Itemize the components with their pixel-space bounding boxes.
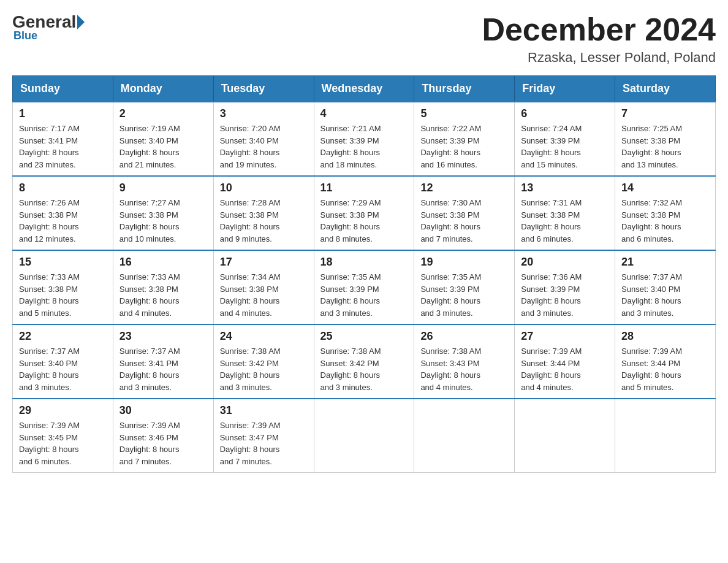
day-info: Sunrise: 7:33 AMSunset: 3:38 PMDaylight:… xyxy=(19,271,107,319)
calendar-week-5: 29Sunrise: 7:39 AMSunset: 3:45 PMDayligh… xyxy=(13,399,716,473)
day-number: 7 xyxy=(621,107,709,120)
day-info: Sunrise: 7:20 AMSunset: 3:40 PMDaylight:… xyxy=(220,123,308,170)
day-number: 17 xyxy=(220,256,308,269)
page-header: General Blue December 2024 Rzaska, Lesse… xyxy=(12,12,716,66)
day-number: 12 xyxy=(420,182,508,194)
calendar-cell: 22Sunrise: 7:37 AMSunset: 3:40 PMDayligh… xyxy=(13,324,113,399)
calendar-cell: 30Sunrise: 7:39 AMSunset: 3:46 PMDayligh… xyxy=(113,399,213,473)
col-wednesday: Wednesday xyxy=(314,76,414,102)
day-number: 1 xyxy=(19,107,107,120)
calendar-week-1: 1Sunrise: 7:17 AMSunset: 3:41 PMDaylight… xyxy=(13,102,716,176)
calendar-cell xyxy=(314,399,414,473)
day-info: Sunrise: 7:25 AMSunset: 3:38 PMDaylight:… xyxy=(621,123,709,170)
day-info: Sunrise: 7:39 AMSunset: 3:44 PMDaylight:… xyxy=(621,345,709,393)
calendar-cell: 4Sunrise: 7:21 AMSunset: 3:39 PMDaylight… xyxy=(314,102,414,176)
day-info: Sunrise: 7:38 AMSunset: 3:42 PMDaylight:… xyxy=(220,345,308,393)
calendar-cell: 12Sunrise: 7:30 AMSunset: 3:38 PMDayligh… xyxy=(414,176,515,250)
calendar-cell: 7Sunrise: 7:25 AMSunset: 3:38 PMDaylight… xyxy=(615,102,716,176)
day-info: Sunrise: 7:22 AMSunset: 3:39 PMDaylight:… xyxy=(420,123,508,170)
calendar-cell: 11Sunrise: 7:29 AMSunset: 3:38 PMDayligh… xyxy=(314,176,414,250)
day-number: 14 xyxy=(621,182,709,194)
day-number: 9 xyxy=(119,182,207,194)
day-info: Sunrise: 7:39 AMSunset: 3:45 PMDaylight:… xyxy=(19,419,107,467)
month-title: December 2024 xyxy=(482,12,716,47)
location-subtitle: Rzaska, Lesser Poland, Poland xyxy=(482,50,716,66)
day-info: Sunrise: 7:32 AMSunset: 3:38 PMDaylight:… xyxy=(621,197,709,245)
day-number: 30 xyxy=(119,404,207,417)
calendar-cell: 16Sunrise: 7:33 AMSunset: 3:38 PMDayligh… xyxy=(113,250,213,324)
day-info: Sunrise: 7:35 AMSunset: 3:39 PMDaylight:… xyxy=(320,271,408,319)
col-saturday: Saturday xyxy=(615,76,716,102)
day-number: 3 xyxy=(220,107,308,120)
day-number: 24 xyxy=(220,330,308,343)
day-number: 10 xyxy=(220,182,308,194)
calendar-cell: 3Sunrise: 7:20 AMSunset: 3:40 PMDaylight… xyxy=(213,102,314,176)
day-info: Sunrise: 7:26 AMSunset: 3:38 PMDaylight:… xyxy=(19,197,107,245)
day-number: 26 xyxy=(420,330,508,343)
day-number: 15 xyxy=(19,256,107,269)
calendar-cell: 31Sunrise: 7:39 AMSunset: 3:47 PMDayligh… xyxy=(213,399,314,473)
day-number: 19 xyxy=(420,256,508,269)
day-info: Sunrise: 7:39 AMSunset: 3:47 PMDaylight:… xyxy=(220,419,308,467)
calendar-cell: 10Sunrise: 7:28 AMSunset: 3:38 PMDayligh… xyxy=(213,176,314,250)
calendar-cell: 27Sunrise: 7:39 AMSunset: 3:44 PMDayligh… xyxy=(515,324,615,399)
col-monday: Monday xyxy=(113,76,213,102)
day-info: Sunrise: 7:19 AMSunset: 3:40 PMDaylight:… xyxy=(119,123,207,170)
day-number: 31 xyxy=(220,404,308,417)
day-info: Sunrise: 7:38 AMSunset: 3:43 PMDaylight:… xyxy=(420,345,508,393)
calendar-cell xyxy=(615,399,716,473)
day-info: Sunrise: 7:36 AMSunset: 3:39 PMDaylight:… xyxy=(521,271,609,319)
calendar-cell: 24Sunrise: 7:38 AMSunset: 3:42 PMDayligh… xyxy=(213,324,314,399)
day-number: 29 xyxy=(19,404,107,417)
day-info: Sunrise: 7:27 AMSunset: 3:38 PMDaylight:… xyxy=(119,197,207,245)
col-thursday: Thursday xyxy=(414,76,515,102)
day-number: 11 xyxy=(320,182,408,194)
calendar-cell: 28Sunrise: 7:39 AMSunset: 3:44 PMDayligh… xyxy=(615,324,716,399)
day-number: 28 xyxy=(621,330,709,343)
day-number: 4 xyxy=(320,107,408,120)
calendar-week-2: 8Sunrise: 7:26 AMSunset: 3:38 PMDaylight… xyxy=(13,176,716,250)
logo-blue-text: Blue xyxy=(13,29,37,42)
day-info: Sunrise: 7:30 AMSunset: 3:38 PMDaylight:… xyxy=(420,197,508,245)
calendar-cell: 6Sunrise: 7:24 AMSunset: 3:39 PMDaylight… xyxy=(515,102,615,176)
day-number: 25 xyxy=(320,330,408,343)
day-info: Sunrise: 7:35 AMSunset: 3:39 PMDaylight:… xyxy=(420,271,508,319)
day-info: Sunrise: 7:31 AMSunset: 3:38 PMDaylight:… xyxy=(521,197,609,245)
day-number: 2 xyxy=(119,107,207,120)
day-number: 20 xyxy=(521,256,609,269)
calendar-cell xyxy=(515,399,615,473)
day-number: 18 xyxy=(320,256,408,269)
day-info: Sunrise: 7:29 AMSunset: 3:38 PMDaylight:… xyxy=(320,197,408,245)
day-number: 16 xyxy=(119,256,207,269)
day-info: Sunrise: 7:21 AMSunset: 3:39 PMDaylight:… xyxy=(320,123,408,170)
calendar-table: Sunday Monday Tuesday Wednesday Thursday… xyxy=(12,75,716,473)
day-info: Sunrise: 7:24 AMSunset: 3:39 PMDaylight:… xyxy=(521,123,609,170)
day-number: 23 xyxy=(119,330,207,343)
day-info: Sunrise: 7:39 AMSunset: 3:46 PMDaylight:… xyxy=(119,419,207,467)
calendar-week-3: 15Sunrise: 7:33 AMSunset: 3:38 PMDayligh… xyxy=(13,250,716,324)
day-number: 22 xyxy=(19,330,107,343)
day-info: Sunrise: 7:37 AMSunset: 3:40 PMDaylight:… xyxy=(19,345,107,393)
calendar-cell: 23Sunrise: 7:37 AMSunset: 3:41 PMDayligh… xyxy=(113,324,213,399)
calendar-cell: 2Sunrise: 7:19 AMSunset: 3:40 PMDaylight… xyxy=(113,102,213,176)
day-number: 13 xyxy=(521,182,609,194)
calendar-cell: 19Sunrise: 7:35 AMSunset: 3:39 PMDayligh… xyxy=(414,250,515,324)
day-info: Sunrise: 7:37 AMSunset: 3:40 PMDaylight:… xyxy=(621,271,709,319)
day-info: Sunrise: 7:34 AMSunset: 3:38 PMDaylight:… xyxy=(220,271,308,319)
calendar-cell: 5Sunrise: 7:22 AMSunset: 3:39 PMDaylight… xyxy=(414,102,515,176)
day-info: Sunrise: 7:33 AMSunset: 3:38 PMDaylight:… xyxy=(119,271,207,319)
calendar-cell: 29Sunrise: 7:39 AMSunset: 3:45 PMDayligh… xyxy=(13,399,113,473)
calendar-cell xyxy=(414,399,515,473)
day-number: 6 xyxy=(521,107,609,120)
logo-arrow-icon xyxy=(77,15,85,29)
calendar-cell: 8Sunrise: 7:26 AMSunset: 3:38 PMDaylight… xyxy=(13,176,113,250)
day-info: Sunrise: 7:38 AMSunset: 3:42 PMDaylight:… xyxy=(320,345,408,393)
calendar-cell: 25Sunrise: 7:38 AMSunset: 3:42 PMDayligh… xyxy=(314,324,414,399)
calendar-header-row: Sunday Monday Tuesday Wednesday Thursday… xyxy=(13,76,716,102)
col-sunday: Sunday xyxy=(13,76,113,102)
calendar-week-4: 22Sunrise: 7:37 AMSunset: 3:40 PMDayligh… xyxy=(13,324,716,399)
calendar-cell: 17Sunrise: 7:34 AMSunset: 3:38 PMDayligh… xyxy=(213,250,314,324)
day-info: Sunrise: 7:17 AMSunset: 3:41 PMDaylight:… xyxy=(19,123,107,170)
calendar-cell: 18Sunrise: 7:35 AMSunset: 3:39 PMDayligh… xyxy=(314,250,414,324)
day-number: 27 xyxy=(521,330,609,343)
